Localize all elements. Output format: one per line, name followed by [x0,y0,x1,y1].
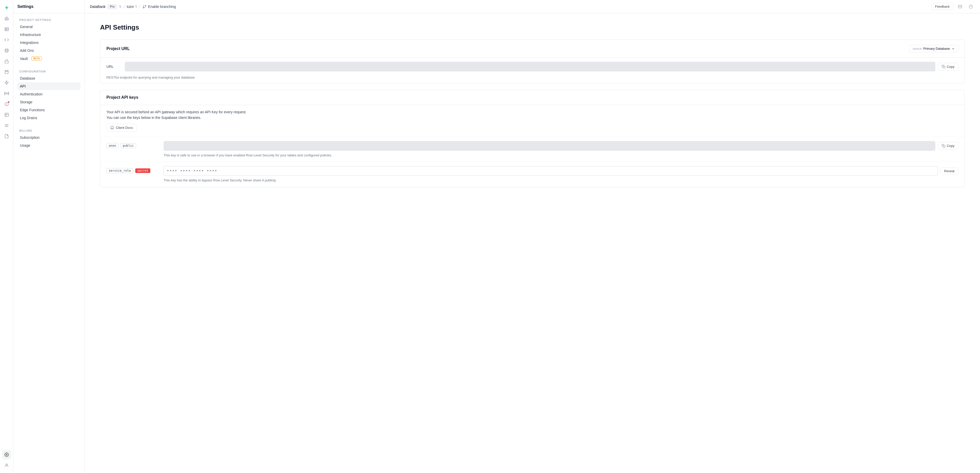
nav-database[interactable] [2,46,11,55]
vault-badge: BETA [32,56,41,61]
topbar-question-icon-btn[interactable] [967,3,975,11]
nav-auth[interactable] [2,57,11,66]
topbar-project-badge[interactable]: Pro [107,4,117,9]
sidebar-item-edge-functions[interactable]: Edge Functions [18,106,80,114]
sidebar-item-database-label: Database [20,76,35,80]
sidebar-item-authentication[interactable]: Authentication [18,90,80,98]
source-dropdown[interactable]: source Primary Database [909,45,958,52]
nav-realtime[interactable] [2,89,11,98]
sidebar-item-usage[interactable]: Usage [18,141,80,149]
url-copy-label: Copy [947,65,955,68]
sidebar-item-log-drains-label: Log Drains [20,116,37,120]
service-role-key-row: service_role secret Reveal This key has … [100,162,964,187]
client-docs-label: Client Docs [116,126,133,130]
sidebar-item-integrations-label: Integrations [20,41,38,44]
main-area: DataBank Pro ⇅ / tutor ⇅ / Enable branch… [85,0,980,473]
api-keys-card: Project API keys Your API is secured beh… [100,90,965,187]
topbar-separator-2: / [139,4,140,9]
notification-dot [8,101,10,103]
nav-settings[interactable] [2,450,11,459]
page-title: API Settings [100,24,965,32]
sidebar-item-storage[interactable]: Storage [18,98,80,106]
url-copy-button[interactable]: Copy [938,63,958,70]
service-role-reveal-button[interactable]: Reveal [940,167,958,175]
feedback-button[interactable]: Feedback [931,3,953,10]
sidebar-item-infrastructure-label: Infrastructure [20,33,41,37]
anon-key-copy-button[interactable]: Copy [938,142,958,149]
nav-storage[interactable] [2,67,11,76]
project-url-card-header: Project URL source Primary Database [100,40,964,58]
anon-tag: anon [107,143,118,148]
sidebar-item-edge-functions-label: Edge Functions [20,108,45,112]
anon-key-row: anon public Copy This k [100,137,964,162]
sidebar-item-api[interactable]: API [18,83,80,90]
source-label: source [913,47,922,51]
sidebar-item-log-drains[interactable]: Log Drains [18,114,80,122]
icon-rail [0,0,13,473]
topbar-chevrons-1[interactable]: ⇅ [119,5,121,8]
sidebar-item-infrastructure[interactable]: Infrastructure [18,31,80,38]
sidebar-item-subscription-label: Subscription [20,135,40,140]
api-keys-card-header: Project API keys [100,90,964,105]
sidebar-item-subscription[interactable]: Subscription [18,134,80,141]
url-input-wrap: Copy [125,62,958,71]
client-docs-button[interactable]: Client Docs [107,124,137,132]
nav-table-editor[interactable] [2,24,11,34]
anon-key-hint: This key is safe to use in a browser if … [164,153,958,158]
svg-rect-25 [943,145,945,148]
url-copy-icon [942,65,945,68]
service-role-key-input-row: Reveal [164,166,958,176]
anon-key-labels: anon public [107,141,158,148]
sidebar-item-general[interactable]: General [18,23,80,31]
nav-sql-editor[interactable] [2,35,11,44]
logo[interactable] [2,3,11,12]
nav-advisor[interactable] [2,100,11,109]
url-input[interactable] [125,62,935,71]
svg-point-20 [145,5,146,6]
project-url-card-title: Project URL [107,46,130,51]
svg-point-22 [969,5,972,8]
sidebar-item-vault-label: Vault [20,57,28,61]
sidebar-item-add-ons[interactable]: Add Ons [18,47,80,54]
anon-key-input[interactable] [164,141,935,151]
sidebar-item-add-ons-label: Add Ons [20,48,34,52]
svg-point-21 [143,7,144,8]
topbar: DataBank Pro ⇅ / tutor ⇅ / Enable branch… [85,0,980,13]
nav-profile[interactable] [2,461,11,470]
topbar-project-name: DataBank [90,5,105,9]
svg-point-4 [5,49,8,50]
billing-section: BILLING Subscription Usage [13,124,84,152]
service-role-key-labels: service_role secret [107,166,158,173]
client-docs-book-icon [110,126,114,129]
nav-reports[interactable] [2,110,11,119]
anon-key-copy-icon [942,144,945,148]
sidebar-item-api-label: API [20,84,26,88]
sidebar-item-database[interactable]: Database [18,75,80,82]
sidebar-item-integrations[interactable]: Integrations [18,39,80,46]
svg-rect-11 [5,113,8,117]
anon-key-value-area: Copy This key is safe to use in a browse… [164,141,958,158]
nav-logs[interactable] [2,121,11,130]
nav-docs[interactable] [2,132,11,141]
sidebar-item-vault[interactable]: Vault BETA [18,55,80,62]
url-row: URL Copy [100,58,964,76]
project-settings-section: PROJECT SETTINGS General Infrastructure … [13,13,84,65]
configuration-label: CONFIGURATION [18,70,80,73]
anon-key-input-row: Copy [164,141,958,151]
configuration-section: CONFIGURATION Database API Authenticatio… [13,65,84,124]
nav-home[interactable] [2,14,11,23]
service-role-key-hint: This key has the ability to bypass Row L… [164,178,958,183]
topbar-branch[interactable]: tutor ⇅ [127,5,137,9]
topbar-mail-icon-btn[interactable] [956,3,964,11]
svg-marker-6 [5,81,8,85]
service-role-key-input[interactable] [164,166,938,176]
nav-functions[interactable] [2,78,11,87]
enable-branching-btn[interactable]: Enable branching [142,5,176,9]
api-keys-desc-line2: You can use the keys below in the Supaba… [107,115,958,121]
topbar-separator-1: / [124,4,124,9]
svg-point-17 [6,454,7,456]
svg-rect-5 [5,61,8,63]
sidebar-item-authentication-label: Authentication [20,92,43,96]
api-keys-description: Your API is secured behind an API gatewa… [100,105,964,124]
secret-tag: secret [135,168,150,173]
